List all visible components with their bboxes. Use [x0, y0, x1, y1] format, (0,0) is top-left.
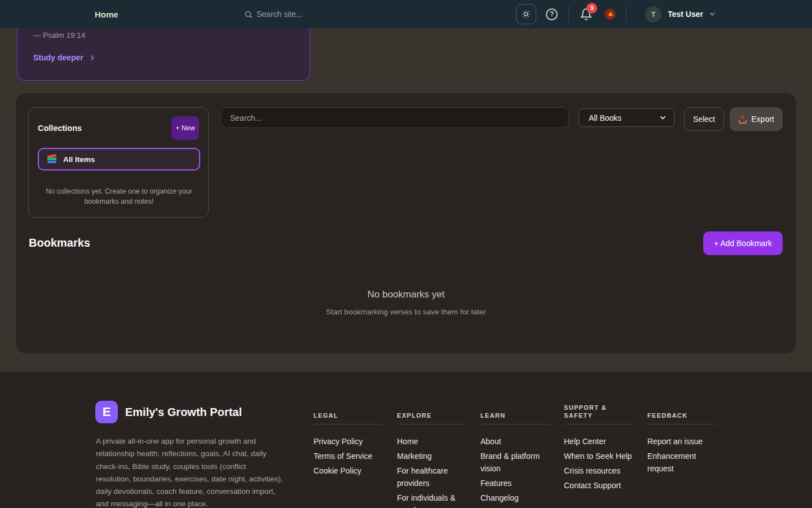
- chevron-down-icon: [659, 113, 667, 122]
- study-deeper-link[interactable]: Study deeper: [33, 53, 96, 62]
- brand-name: Emily's Growth Portal: [125, 406, 242, 419]
- brand-logo: E: [95, 401, 118, 423]
- footer-column-header: SUPPORT & SAFETY: [564, 402, 633, 419]
- footer-column-divider: [564, 424, 633, 424]
- theme-toggle-button[interactable]: [516, 4, 536, 24]
- site-search-placeholder: Search site...: [257, 10, 303, 19]
- bookmark-search-input[interactable]: [220, 107, 569, 128]
- add-bookmark-button[interactable]: + Add Bookmark: [703, 231, 783, 255]
- export-button[interactable]: Export: [730, 107, 783, 131]
- footer-column-divider: [647, 424, 716, 424]
- footer-link[interactable]: Help Center: [564, 435, 633, 448]
- footer-link[interactable]: Crisis resources: [564, 465, 633, 477]
- navbar-right-group: ? 9 T Test User: [516, 0, 812, 28]
- site-search[interactable]: Search site...: [244, 0, 303, 28]
- footer-link[interactable]: About: [480, 435, 549, 448]
- footer-column-header: LEARN: [480, 402, 549, 419]
- footer-link[interactable]: For individuals & couples: [397, 492, 466, 508]
- study-deeper-label: Study deeper: [33, 53, 83, 62]
- chevron-down-icon: [708, 10, 716, 18]
- footer-column-header: EXPLORE: [397, 402, 466, 419]
- footer-link[interactable]: Contact Support: [564, 479, 633, 492]
- footer-link[interactable]: Privacy Policy: [314, 435, 382, 448]
- footer-link[interactable]: Terms of Service: [314, 450, 382, 462]
- top-navbar: Home Search site...: [0, 0, 812, 28]
- footer-link[interactable]: Brand & platform vision: [480, 450, 549, 475]
- notifications-button[interactable]: 9: [580, 8, 593, 21]
- new-collection-button[interactable]: + New: [171, 116, 199, 140]
- footer-link[interactable]: Enhancement request: [647, 450, 716, 475]
- notification-badge: 9: [586, 3, 597, 14]
- collections-header: Collections + New: [38, 116, 199, 140]
- footer-column-learn: LEARN About Brand & platform vision Feat…: [480, 402, 549, 508]
- navbar-divider: [568, 6, 569, 23]
- verse-reference: — Psalm 19:14: [33, 31, 85, 40]
- footer-column-explore: EXPLORE Home Marketing For healthcare pr…: [397, 402, 466, 508]
- footer-column-divider: [314, 424, 382, 424]
- footer-column-header: FEEDBACK: [647, 402, 716, 419]
- all-items-label: All Items: [63, 155, 95, 164]
- collections-panel: Collections + New All Items No collectio…: [28, 107, 209, 218]
- navbar-divider: [626, 6, 626, 23]
- footer-link[interactable]: Features: [480, 477, 549, 489]
- footer-brand: E Emily's Growth Portal: [95, 401, 242, 423]
- select-mode-button[interactable]: Select: [684, 107, 724, 131]
- footer-column-header: LEGAL: [314, 402, 382, 419]
- devotional-card: — Psalm 19:14 Study deeper: [17, 28, 310, 81]
- book-filter-value: All Books: [589, 113, 621, 122]
- user-menu[interactable]: T Test User: [637, 6, 716, 23]
- bookmarks-empty-title: No bookmarks yet: [16, 289, 796, 300]
- book-filter-select[interactable]: All Books: [579, 108, 674, 127]
- footer-link[interactable]: Marketing: [397, 450, 466, 462]
- footer-column-support-safety: SUPPORT & SAFETY Help Center When to See…: [564, 402, 633, 508]
- search-icon: [244, 10, 253, 19]
- footer-columns: LEGAL Privacy Policy Terms of Service Co…: [314, 402, 731, 508]
- footer-link[interactable]: Changelog: [480, 492, 549, 504]
- export-icon: [738, 115, 747, 124]
- footer-column-feedback: FEEDBACK Report an issue Enhancement req…: [647, 402, 716, 508]
- footer-column-legal: LEGAL Privacy Policy Terms of Service Co…: [314, 402, 382, 508]
- footer-link[interactable]: Cookie Policy: [314, 465, 382, 477]
- footer-link[interactable]: Home: [397, 435, 466, 448]
- help-icon[interactable]: ?: [546, 8, 558, 20]
- bookmarks-empty-subtitle: Start bookmarking verses to save them fo…: [16, 308, 796, 316]
- footer-column-divider: [480, 424, 549, 424]
- user-name: Test User: [668, 10, 703, 19]
- bookmarks-title: Bookmarks: [29, 237, 90, 249]
- chevron-right-icon: [89, 54, 96, 62]
- footer-description: A private all-in-one app for personal gr…: [96, 435, 283, 508]
- nav-home-link[interactable]: Home: [95, 10, 118, 19]
- avatar: T: [645, 6, 661, 23]
- collections-empty-message: No collections yet. Create one to organi…: [40, 187, 198, 207]
- crisis-alert-icon[interactable]: [605, 9, 615, 19]
- export-button-label: Export: [751, 115, 774, 124]
- site-footer: E Emily's Growth Portal A private all-in…: [0, 371, 812, 508]
- footer-link[interactable]: For healthcare providers: [397, 465, 466, 489]
- collections-title: Collections: [38, 124, 82, 133]
- bookmarks-section-card: Collections + New All Items No collectio…: [16, 93, 796, 353]
- all-items-filter[interactable]: All Items: [38, 148, 200, 170]
- footer-column-divider: [397, 424, 466, 424]
- books-icon: [47, 155, 58, 164]
- sun-icon: [521, 9, 531, 19]
- footer-link[interactable]: When to Seek Help: [564, 450, 633, 462]
- footer-link[interactable]: Report an issue: [647, 435, 716, 448]
